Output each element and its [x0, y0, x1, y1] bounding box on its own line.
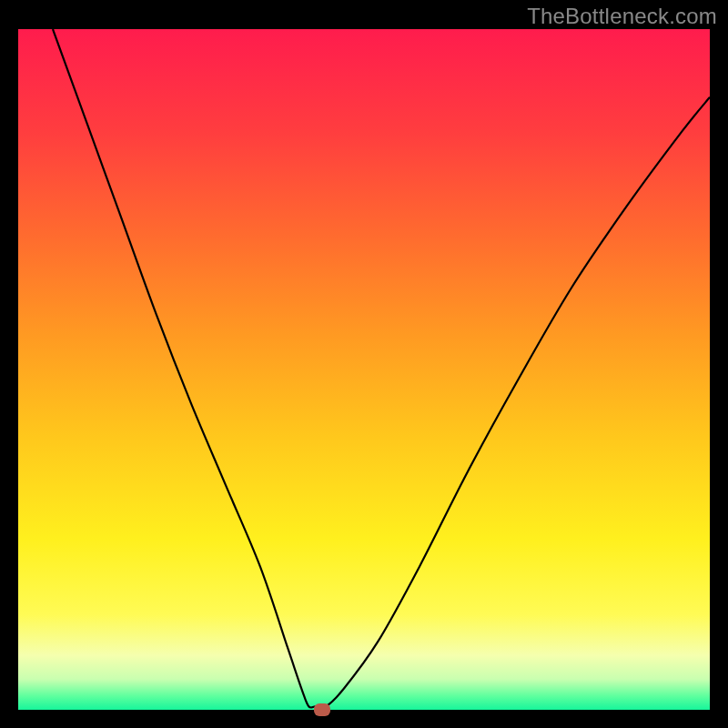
optimum-marker [314, 703, 330, 716]
bottleneck-curve [18, 29, 710, 710]
watermark-text: TheBottleneck.com [527, 4, 717, 29]
chart-frame: TheBottleneck.com [0, 0, 728, 728]
plot-area [18, 29, 710, 710]
curve-path [53, 29, 710, 708]
